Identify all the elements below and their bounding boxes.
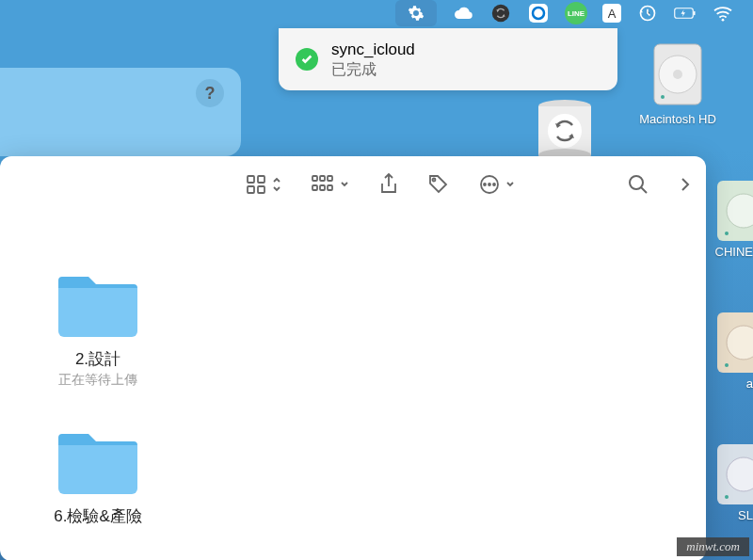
notification-text: sync_icloud 已完成 [331, 40, 601, 80]
svg-point-37 [484, 184, 486, 185]
desktop-label: a [746, 376, 753, 391]
svg-rect-29 [312, 176, 317, 181]
desktop-drive-a[interactable]: a [717, 311, 753, 405]
tag-button[interactable] [427, 173, 450, 196]
action-button[interactable] [478, 173, 516, 196]
input-method-icon[interactable]: A [602, 4, 621, 23]
folder-name: 6.檢驗&產險 [54, 505, 142, 527]
svg-rect-25 [248, 176, 254, 183]
svg-point-6 [722, 19, 725, 22]
share-button[interactable] [378, 172, 399, 197]
folder-item[interactable]: 2.設計 正在等待上傳 [32, 269, 164, 389]
svg-point-24 [725, 495, 729, 499]
notification-subtitle: 已完成 [331, 60, 601, 80]
help-panel: ? [0, 68, 241, 156]
battery-icon[interactable] [674, 2, 697, 24]
svg-rect-34 [328, 185, 332, 190]
success-check-icon [296, 48, 318, 71]
svg-rect-26 [258, 176, 264, 183]
svg-point-0 [492, 5, 509, 22]
finder-window: 2.設計 正在等待上傳 6.檢驗&產險 [0, 156, 706, 560]
finder-toolbar [0, 156, 706, 213]
sync-circle-icon[interactable] [489, 2, 512, 24]
group-button[interactable] [311, 173, 350, 196]
notification-title: sync_icloud [331, 40, 601, 60]
svg-rect-32 [312, 185, 317, 190]
folder-status: 正在等待上傳 [58, 372, 137, 389]
desktop-label: SL [738, 508, 753, 522]
help-button[interactable]: ? [196, 79, 224, 107]
svg-point-14 [673, 70, 682, 79]
line-icon[interactable]: LINE [565, 2, 587, 24]
svg-point-21 [725, 363, 729, 367]
svg-point-35 [433, 179, 436, 182]
folder-item[interactable]: 6.檢驗&產險 [32, 426, 164, 527]
desktop-drive-chine[interactable]: CHINE [717, 179, 753, 273]
expand-toolbar-button[interactable] [678, 173, 693, 196]
folder-icon [53, 426, 143, 498]
desktop-label: CHINE [715, 245, 753, 259]
desktop-label: Macintosh HD [639, 112, 716, 126]
svg-rect-30 [320, 176, 325, 181]
wifi-icon[interactable] [712, 2, 734, 24]
gear-icon[interactable] [395, 0, 437, 26]
svg-rect-28 [258, 186, 264, 193]
svg-point-39 [493, 184, 495, 185]
menubar: LINE A [0, 0, 753, 26]
view-icon-button[interactable] [245, 173, 282, 196]
folder-name: 2.設計 [75, 348, 120, 370]
watermark: minwt.com [677, 537, 749, 556]
svg-rect-27 [248, 186, 254, 193]
desktop-drive-macintosh[interactable]: Macintosh HD [631, 42, 725, 126]
svg-point-40 [630, 176, 643, 189]
svg-point-10 [548, 114, 582, 148]
cloud-icon[interactable] [452, 2, 474, 24]
timemachine-icon[interactable] [636, 2, 659, 24]
svg-rect-31 [328, 176, 332, 181]
notification-popup[interactable]: sync_icloud 已完成 [279, 28, 617, 90]
svg-point-18 [725, 232, 729, 235]
svg-point-38 [489, 184, 490, 185]
folder-icon [53, 269, 143, 341]
svg-rect-5 [694, 11, 696, 16]
finder-content: 2.設計 正在等待上傳 6.檢驗&產險 [0, 213, 706, 527]
svg-rect-33 [320, 185, 325, 190]
onedrive-icon[interactable] [527, 2, 550, 24]
search-button[interactable] [627, 173, 649, 196]
desktop-drive-sl[interactable]: SL [717, 442, 753, 536]
svg-point-15 [661, 95, 665, 99]
